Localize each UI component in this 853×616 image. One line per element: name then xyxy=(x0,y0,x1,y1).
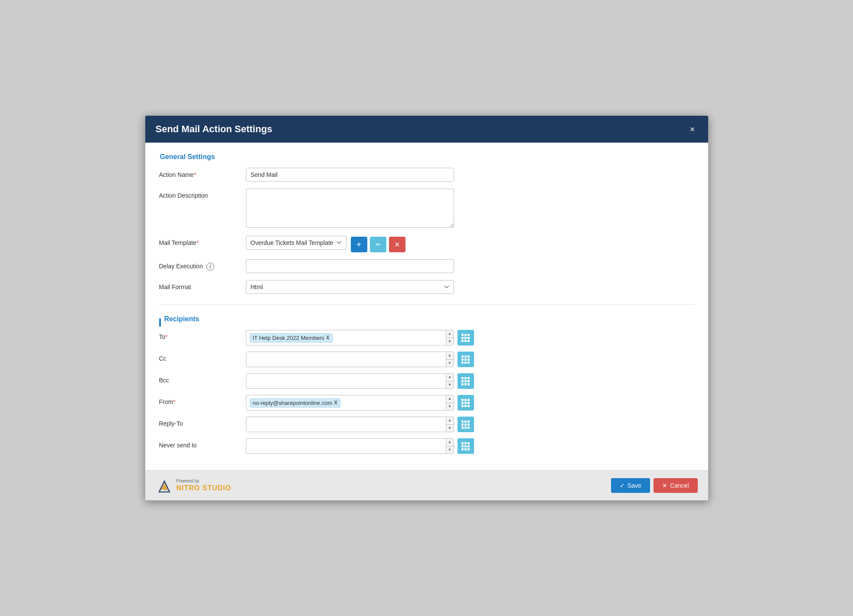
action-name-control xyxy=(246,168,454,182)
to-tag-remove[interactable]: X xyxy=(326,335,330,341)
mail-format-control: Html Text xyxy=(246,280,454,294)
close-button[interactable]: × xyxy=(687,124,698,134)
powered-by-text: Powered by xyxy=(176,479,232,484)
save-label: Save xyxy=(627,482,641,489)
bcc-browse-button[interactable] xyxy=(458,373,474,389)
never-send-to-input-wrap[interactable]: ▲ ▼ xyxy=(246,438,454,454)
never-send-to-spinners: ▲ ▼ xyxy=(446,439,454,453)
delay-execution-label: Delay Execution i xyxy=(159,259,246,271)
reply-to-label: Reply-To xyxy=(159,417,246,427)
mail-format-select[interactable]: Html Text xyxy=(246,280,454,294)
mail-template-label: Mail Template* xyxy=(159,236,246,246)
edit-template-button[interactable]: ✏ xyxy=(370,237,386,252)
reply-to-spin-down[interactable]: ▼ xyxy=(446,425,454,432)
reply-to-browse-button[interactable] xyxy=(458,417,474,432)
mail-template-select-wrap: Overdue Tickets Mail Template xyxy=(246,236,346,250)
to-spin-down[interactable]: ▼ xyxy=(446,338,454,345)
mail-template-row: Mail Template* Overdue Tickets Mail Temp… xyxy=(159,236,694,252)
x-icon: ✕ xyxy=(394,241,400,249)
add-template-button[interactable]: + xyxy=(351,237,367,252)
delete-template-button[interactable]: ✕ xyxy=(389,237,405,252)
recipients-accent xyxy=(159,318,161,327)
cc-spin-down[interactable]: ▼ xyxy=(446,360,454,367)
never-send-to-row: Never send to ▲ ▼ xyxy=(159,438,694,454)
to-label: To* xyxy=(159,330,246,340)
cc-input-inner xyxy=(246,352,446,367)
to-browse-button[interactable] xyxy=(458,330,474,345)
delay-execution-row: Delay Execution i xyxy=(159,259,694,273)
cancel-x-icon: ✕ xyxy=(662,482,667,489)
from-tag: no-reply@sharepointonline.com X xyxy=(250,398,341,407)
to-input-inner: IT Help Desk 2022 Members X xyxy=(246,330,446,345)
action-name-input[interactable] xyxy=(246,168,454,182)
nitro-text: Powered by NITRO STUDIO xyxy=(176,479,232,492)
cc-label: Cc xyxy=(159,352,246,362)
never-send-to-spin-up[interactable]: ▲ xyxy=(446,439,454,447)
from-browse-icon xyxy=(461,399,470,407)
template-buttons: + ✏ ✕ xyxy=(351,236,405,252)
action-name-label: Action Name* xyxy=(159,168,246,178)
never-send-to-spin-down[interactable]: ▼ xyxy=(446,447,454,454)
general-settings-title: General Settings xyxy=(159,153,215,161)
mail-format-row: Mail Format Html Text xyxy=(159,280,694,294)
reply-to-row: Reply-To ▲ ▼ xyxy=(159,417,694,432)
cc-row: Cc ▲ ▼ xyxy=(159,352,694,367)
dialog-header: Send Mail Action Settings × xyxy=(145,116,708,143)
from-tag-remove[interactable]: X xyxy=(334,400,337,406)
to-spinners: ▲ ▼ xyxy=(446,330,454,345)
save-button[interactable]: ✓ Save xyxy=(611,478,650,493)
browse-icon xyxy=(461,334,470,342)
reply-to-browse-icon xyxy=(461,420,470,429)
to-row: To* IT Help Desk 2022 Members X ▲ ▼ xyxy=(159,330,694,345)
from-spinners: ▲ ▼ xyxy=(446,395,454,410)
section-divider xyxy=(159,304,694,305)
from-label: From* xyxy=(159,395,246,405)
cc-input-wrap[interactable]: ▲ ▼ xyxy=(246,352,454,367)
nitro-highlight: NITRO xyxy=(176,484,200,492)
plus-icon: + xyxy=(356,240,362,250)
bcc-spin-down[interactable]: ▼ xyxy=(446,381,454,389)
svg-text:N: N xyxy=(161,489,164,492)
dialog-body: General Settings Action Name* Action Des… xyxy=(145,143,708,470)
reply-to-spin-up[interactable]: ▲ xyxy=(446,417,454,425)
mail-format-label: Mail Format xyxy=(159,280,246,290)
bcc-spin-up[interactable]: ▲ xyxy=(446,374,454,381)
action-description-input[interactable] xyxy=(246,189,454,228)
reply-to-input-wrap[interactable]: ▲ ▼ xyxy=(246,417,454,432)
never-send-to-browse-button[interactable] xyxy=(458,438,474,454)
cc-browse-button[interactable] xyxy=(458,352,474,367)
bcc-spinners: ▲ ▼ xyxy=(446,374,454,388)
cc-spin-up[interactable]: ▲ xyxy=(446,352,454,360)
delay-execution-input[interactable] xyxy=(246,259,454,273)
reply-to-spinners: ▲ ▼ xyxy=(446,417,454,432)
to-tag: IT Help Desk 2022 Members X xyxy=(250,333,333,342)
cc-spinners: ▲ ▼ xyxy=(446,352,454,367)
recipients-title: Recipients xyxy=(163,315,199,323)
nitro-brand: N Powered by NITRO STUDIO xyxy=(156,477,232,494)
bcc-input-wrap[interactable]: ▲ ▼ xyxy=(246,373,454,389)
never-send-to-input-inner xyxy=(246,439,446,453)
to-spin-up[interactable]: ▲ xyxy=(446,330,454,338)
dialog-title: Send Mail Action Settings xyxy=(156,124,272,135)
never-send-to-browse-icon xyxy=(461,442,470,450)
to-input-wrap[interactable]: IT Help Desk 2022 Members X ▲ ▼ xyxy=(246,330,454,345)
from-spin-up[interactable]: ▲ xyxy=(446,395,454,403)
dialog-footer: N Powered by NITRO STUDIO ✓ Save ✕ Cance… xyxy=(145,470,708,500)
bcc-input-inner xyxy=(246,374,446,388)
cc-browse-icon xyxy=(461,355,470,364)
from-browse-button[interactable] xyxy=(458,395,474,411)
mail-template-select[interactable]: Overdue Tickets Mail Template xyxy=(246,236,346,250)
info-icon: i xyxy=(206,263,214,271)
cancel-button[interactable]: ✕ Cancel xyxy=(654,478,698,493)
send-mail-dialog: Send Mail Action Settings × General Sett… xyxy=(145,115,709,501)
bcc-browse-icon xyxy=(461,377,470,385)
from-input-wrap[interactable]: no-reply@sharepointonline.com X ▲ ▼ xyxy=(246,395,454,411)
studio-text: STUDIO xyxy=(203,484,231,492)
nitro-logo-icon: N xyxy=(156,477,173,494)
pencil-icon: ✏ xyxy=(376,241,381,248)
never-send-to-label: Never send to xyxy=(159,438,246,449)
bcc-row: Bcc ▲ ▼ xyxy=(159,373,694,389)
from-spin-down[interactable]: ▼ xyxy=(446,403,454,411)
action-description-control xyxy=(246,189,454,229)
nitro-studio-text: NITRO STUDIO xyxy=(176,484,232,492)
